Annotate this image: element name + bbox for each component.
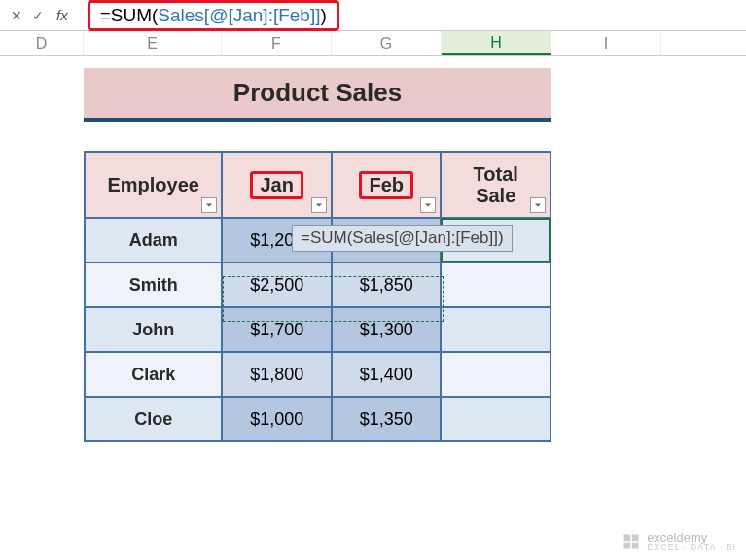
cell-total[interactable] [441, 352, 551, 397]
cell-employee[interactable]: Clark [85, 352, 222, 397]
cell-total[interactable] [441, 262, 551, 307]
col-header-f[interactable]: F [222, 31, 332, 55]
formula-eq: = [100, 5, 111, 26]
column-headers: D E F G H I [0, 31, 746, 56]
watermark-icon [622, 532, 641, 551]
col-header-h[interactable]: H [442, 31, 551, 55]
table-row: Smith $2,500 $1,850 [85, 262, 551, 307]
cell-employee[interactable]: Smith [85, 262, 222, 307]
table-header-row: Employee Jan Feb Total Sale [85, 152, 551, 218]
th-total-label-1: Total [474, 163, 518, 185]
cell-jan[interactable]: $2,500 [222, 262, 332, 307]
col-header-i[interactable]: I [551, 31, 661, 55]
fx-label[interactable]: fx [56, 7, 68, 23]
cell-total[interactable] [441, 397, 551, 441]
formula-bar: ✕ ✓ fx = SUM ( Sales[@[Jan]:[Feb]] ) [0, 0, 746, 31]
formula-ref: Sales[@[Jan]:[Feb]] [158, 5, 320, 26]
watermark-sub: EXCEL · DATA · BI [647, 543, 736, 552]
formula-fn: SUM [111, 5, 152, 26]
filter-dropdown-icon[interactable] [420, 197, 436, 213]
cell-employee[interactable]: Cloe [85, 397, 222, 441]
cell-feb[interactable]: $1,400 [332, 352, 442, 397]
th-feb-label: Feb [359, 171, 413, 199]
cell-employee[interactable]: John [85, 307, 222, 352]
data-table: Employee Jan Feb Total Sale Adam $1,200 [84, 151, 551, 442]
title-banner: Product Sales [84, 68, 551, 122]
cell-employee[interactable]: Adam [85, 218, 222, 262]
col-header-e[interactable]: E [84, 31, 222, 55]
filter-dropdown-icon[interactable] [530, 197, 546, 213]
cell-jan[interactable]: $1,800 [222, 352, 332, 397]
formula-close: ) [320, 5, 326, 26]
table-row: Cloe $1,000 $1,350 [85, 397, 551, 441]
col-header-g[interactable]: G [332, 31, 442, 55]
cell-feb[interactable]: $1,300 [332, 307, 442, 352]
th-total-label-2: Sale [476, 185, 515, 206]
col-header-d[interactable]: D [0, 31, 84, 55]
cell-feb[interactable]: $1,850 [332, 262, 442, 307]
cell-jan[interactable]: $1,000 [222, 397, 332, 441]
th-total[interactable]: Total Sale [441, 152, 551, 218]
th-feb[interactable]: Feb [332, 152, 442, 218]
formula-enter-button[interactable]: ✓ [27, 5, 49, 26]
cell-jan[interactable]: $1,700 [222, 307, 332, 352]
filter-dropdown-icon[interactable] [311, 197, 327, 213]
table-row: John $1,700 $1,300 [85, 307, 551, 352]
formula-tooltip: =SUM(Sales[@[Jan]:[Feb]]) [292, 225, 513, 252]
formula-input[interactable]: = SUM ( Sales[@[Jan]:[Feb]] ) [88, 0, 339, 31]
cell-feb[interactable]: $1,350 [332, 397, 442, 441]
cell-total[interactable] [441, 307, 551, 352]
th-employee-label: Employee [107, 174, 198, 196]
table-row: Clark $1,800 $1,400 [85, 352, 551, 397]
th-jan[interactable]: Jan [222, 152, 332, 218]
watermark: exceldemy EXCEL · DATA · BI [622, 531, 736, 552]
th-employee[interactable]: Employee [85, 152, 222, 218]
formula-cancel-button[interactable]: ✕ [6, 5, 27, 26]
filter-dropdown-icon[interactable] [201, 197, 217, 213]
th-jan-label: Jan [250, 171, 302, 199]
